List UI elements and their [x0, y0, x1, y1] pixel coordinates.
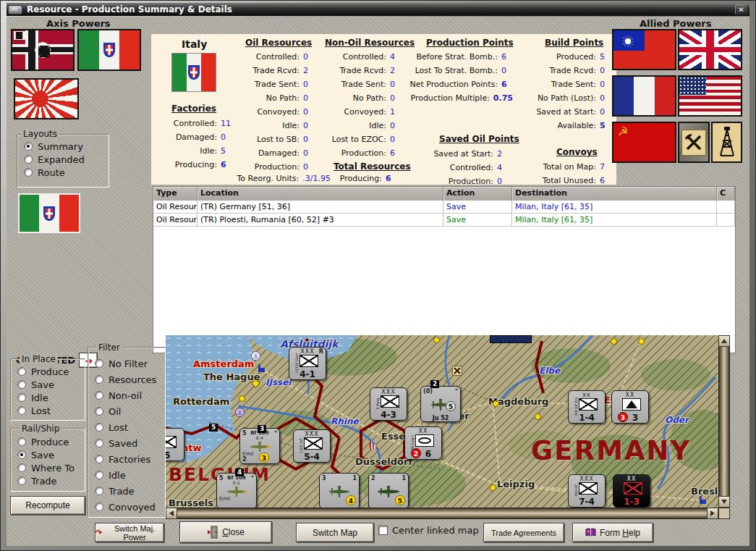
unit-counter-aircraft[interactable]: 5Bf 109 E-2* Emil — [216, 473, 257, 508]
oil-derrick-icon[interactable] — [711, 122, 742, 163]
stat-row: Controlled:4 — [319, 50, 402, 64]
unit-counter-infantry[interactable]: XX 3rd Inf Div 1-4 — [568, 390, 606, 424]
cell-action[interactable]: Save — [443, 201, 512, 213]
stack-number-tab: 4 — [235, 468, 244, 476]
axis-powers-title: Axis Powers — [46, 18, 111, 29]
scroll-down-button[interactable] — [718, 496, 730, 508]
unit-counter-infantry[interactable]: XXXXIII Inf 7-4 — [568, 474, 606, 508]
radio-icon[interactable] — [24, 168, 33, 177]
unit-counter-aircraft[interactable]: 5Bf 109 E-4* Emil 2 3 — [239, 428, 280, 464]
form-help-button[interactable]: Form Help — [572, 523, 653, 542]
close-button[interactable]: Close — [179, 521, 272, 543]
map-horizontal-scrollbar[interactable] — [166, 508, 718, 519]
filter-nonoil-radio[interactable]: Non-oil — [95, 387, 156, 403]
rail-whereto-radio[interactable]: Where To — [17, 461, 75, 474]
italy-flag[interactable] — [77, 29, 141, 71]
unit-counter-aircraft[interactable]: 31 4 — [319, 473, 360, 508]
col-destination[interactable]: Destination — [512, 187, 717, 201]
filter-resources-radio[interactable]: Resources — [95, 371, 156, 387]
unit-counter-armor[interactable]: XXPz Leg I 2 6 — [404, 426, 442, 460]
center-linked-map-control[interactable]: Center linked map — [378, 525, 479, 536]
resources-icon[interactable] — [678, 122, 710, 163]
country-name: Italy — [182, 38, 207, 50]
ussr-flag[interactable]: ☭ — [612, 122, 676, 163]
switch-major-power-button[interactable]: ↷ Switch Maj. Power — [95, 523, 164, 542]
filter-factories-radio[interactable]: Factories — [95, 451, 156, 467]
checkbox-icon[interactable] — [378, 526, 388, 535]
stat-row: Before Strat. Bomb.:6 — [406, 50, 513, 64]
layout-expanded-radio[interactable]: Expanded — [24, 153, 85, 166]
layout-summary-radio[interactable]: Summary — [24, 140, 85, 153]
scrollbar-corner — [718, 508, 730, 519]
radio-icon[interactable] — [24, 155, 33, 164]
trade-agreements-button[interactable]: Trade Agreements — [483, 523, 564, 542]
recompute-button[interactable]: Recompute — [10, 496, 85, 515]
unit-counter-partial[interactable]: -5 — [166, 428, 184, 461]
cell-action[interactable]: Save — [443, 214, 512, 226]
port-anchor-icon: ⚓ — [251, 351, 260, 361]
layout-route-radio[interactable]: Route — [24, 166, 85, 179]
selected-power-flag[interactable] — [18, 193, 80, 233]
rail-ship-options: Produce Save Where To Trade — [17, 435, 75, 487]
filter-trade-radio[interactable]: Trade — [95, 483, 156, 499]
scroll-up-button[interactable] — [718, 335, 730, 347]
china-flag[interactable] — [612, 29, 676, 70]
germany-flag[interactable] — [11, 29, 75, 71]
filter-lost-radio[interactable]: Lost — [95, 419, 156, 435]
cell-destination[interactable]: Milan, Italy [61, 35] — [512, 201, 717, 213]
uk-flag[interactable] — [678, 29, 742, 70]
radio-icon[interactable] — [24, 142, 33, 151]
inplace-idle-radio[interactable]: Idle — [17, 391, 69, 404]
filter-idle-radio[interactable]: Idle — [95, 467, 156, 483]
system-menu-icon[interactable] — [8, 5, 22, 14]
scroll-left-button[interactable] — [166, 508, 177, 519]
allied-powers-title: Allied Powers — [640, 18, 712, 29]
cell-destination[interactable]: Milan, Italy [61, 35] — [512, 214, 717, 226]
unit-counter-ss[interactable]: XX 1-3 — [613, 474, 650, 508]
filter-saved-radio[interactable]: Saved — [95, 435, 156, 451]
inplace-lost-radio[interactable]: Lost — [17, 404, 69, 417]
unit-counter-aircraft[interactable]: (0)* 5 Ju 52 — [420, 386, 461, 422]
inplace-save-radio[interactable]: Save — [17, 378, 69, 391]
city-hague: The Hague — [203, 371, 260, 382]
plane-icon — [226, 487, 247, 497]
build-points-column: Produced:5 Trade Rcvd:0 Trade Sent:0 No … — [519, 50, 611, 133]
table-row[interactable]: Oil Resource (TR) Germany [51, 36] Save … — [153, 201, 735, 214]
unit-counter-mountain[interactable]: XX 3 3 — [611, 390, 649, 424]
col-location[interactable]: Location — [198, 187, 443, 201]
france-flag[interactable] — [612, 75, 676, 117]
title-bar[interactable]: Resource - Production Summary & Details … — [7, 3, 749, 16]
map-viewport[interactable]: GERMANY BELGIUM Afsluitdijk Amsterdam Th… — [166, 335, 718, 508]
unit-counter-aircraft[interactable]: 21 5 — [368, 473, 409, 508]
japan-flag[interactable] — [14, 78, 79, 119]
map-vertical-scrollbar[interactable] — [718, 335, 730, 508]
convoys-column: Total on Map:7 Total Unused:6 — [522, 160, 611, 188]
inplace-produce-radio[interactable]: Produce — [17, 365, 69, 378]
crossed-tools-icon — [684, 133, 703, 152]
production-points-column: Before Strat. Bomb.:6 Lost To Strat. Bom… — [406, 50, 513, 105]
col-type[interactable]: Type — [153, 187, 198, 201]
col-convoy[interactable]: C — [717, 187, 735, 201]
unit-counter-infantry[interactable]: XXXLXIII Inf 5-4 — [293, 429, 331, 463]
window-title: Resource - Production Summary & Details — [27, 4, 232, 14]
switch-map-button[interactable]: Switch Map — [296, 523, 374, 542]
close-icon[interactable]: ✕ — [735, 4, 747, 14]
unit-counter-infantry[interactable]: XXXII Para 4-3 — [370, 387, 407, 421]
cell-type: Oil Resource — [153, 201, 198, 213]
unit-counter-infantry[interactable]: XXXR LXXXI Garr 4-1 — [289, 347, 326, 380]
city-rotterdam: Rotterdam — [173, 396, 229, 407]
stat-row: Controlled:4 — [419, 161, 509, 174]
rail-produce-radio[interactable]: Produce — [17, 435, 75, 448]
scroll-right-button[interactable] — [707, 508, 718, 519]
table-row[interactable]: Oil Resource (TR) Ploesti, Rumania [60, … — [153, 214, 735, 227]
stat-row: Production:6 — [319, 146, 402, 160]
filter-nofilter-radio[interactable]: No Filter — [95, 356, 156, 371]
rail-trade-radio[interactable]: Trade — [17, 474, 75, 487]
window: Resource - Production Summary & Details … — [0, 0, 756, 551]
filter-oil-radio[interactable]: Oil — [95, 403, 156, 419]
usa-flag[interactable] — [678, 75, 742, 117]
convoys-header: Convoys — [556, 147, 598, 157]
filter-convoyed-radio[interactable]: Convoyed — [95, 499, 156, 515]
col-action[interactable]: Action — [443, 187, 512, 201]
rail-save-radio[interactable]: Save — [17, 448, 75, 461]
